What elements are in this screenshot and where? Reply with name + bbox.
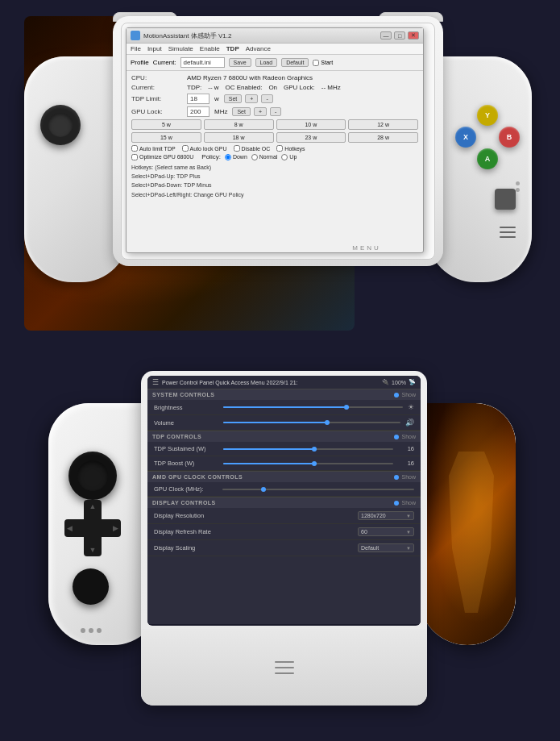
display-controls-title: DISPLAY CONTROLS (152, 500, 216, 506)
gpu-minus-button[interactable]: - (270, 107, 281, 116)
policy-up[interactable]: Up (281, 154, 297, 160)
profile-label: Profile (131, 59, 149, 66)
display-controls-header: DISPLAY CONTROLS Show (147, 497, 421, 508)
policy-normal[interactable]: Normal (251, 154, 278, 160)
app-titlebar: MotionAssistant 体感助手 V1.2 — □ ✕ (127, 28, 423, 44)
hotkeys-section: Hotkeys: (Select same as Back) Select+DP… (131, 163, 418, 199)
current-value[interactable]: default.ini (180, 57, 225, 68)
system-show-label: Show (401, 392, 416, 398)
dpad-right-icon[interactable]: ▶ (113, 524, 118, 532)
optimize-gpu-label: Optimize GPU 6800U (139, 154, 193, 160)
preset-12w[interactable]: 12 w (348, 119, 418, 130)
menu-input[interactable]: Input (147, 45, 162, 52)
square-button[interactable] (495, 189, 516, 210)
hotkeys-label: Hotkeys (284, 146, 305, 152)
app-icon (131, 31, 140, 40)
y-button[interactable]: Y (477, 105, 498, 126)
gpu-set-button[interactable]: Set (232, 107, 251, 116)
center-body-bottom: ☰ Power Control Panel Quick Access Menu … (141, 371, 427, 706)
tdp-minus-button[interactable]: - (261, 94, 272, 103)
bottom-left-button[interactable] (73, 568, 109, 605)
preset-10w[interactable]: 10 w (276, 119, 346, 130)
display-scaling-row: Display Scaling Default ▼ (147, 540, 421, 556)
b-button[interactable]: B (499, 127, 520, 148)
display-scaling-select[interactable]: Default ▼ (358, 543, 414, 552)
tdp-set-button[interactable]: Set (224, 94, 243, 103)
window-controls: — □ ✕ (380, 31, 419, 40)
display-resolution-select[interactable]: 1280x720 ▼ (358, 511, 414, 520)
volume-slider[interactable] (223, 422, 400, 423)
hamburger-icon-top (500, 227, 516, 238)
preset-15w[interactable]: 15 w (131, 132, 201, 143)
minimize-button[interactable]: — (380, 31, 392, 40)
gpu-plus-button[interactable]: + (254, 107, 267, 116)
display-refresh-select[interactable]: 60 ▼ (358, 527, 414, 536)
dpad-down-icon[interactable]: ▼ (89, 546, 97, 554)
gpu-clock-title: AMD GPU CLOCK CONTROLS (152, 474, 243, 480)
menu-file[interactable]: File (131, 45, 141, 52)
display-scaling-value: Default (361, 545, 379, 551)
hamburger-icon-bottom[interactable] (275, 661, 294, 674)
load-button[interactable]: Load (255, 58, 278, 67)
menu-text-top: MENU (352, 244, 381, 252)
pcp-header: ☰ Power Control Panel Quick Access Menu … (147, 376, 421, 389)
preset-28w[interactable]: 28 w (348, 132, 418, 143)
oc-label: OC Enabled: (226, 84, 263, 91)
preset-grid: 5 w 8 w 10 w 12 w 15 w 18 w 23 w 28 w (131, 119, 418, 143)
preset-23w[interactable]: 23 w (276, 132, 346, 143)
gpu-clock-slider[interactable] (222, 489, 414, 490)
hotkeys-title: Hotkeys: (Select same as Back) (131, 163, 418, 172)
toolbar: Profile Current: default.ini Save Load D… (127, 55, 423, 71)
tdp-toggle[interactable] (394, 435, 399, 439)
menu-simulate[interactable]: Simulate (168, 45, 193, 52)
dpad-left-icon[interactable]: ◀ (67, 524, 73, 532)
x-button[interactable]: X (455, 127, 476, 148)
preset-5w[interactable]: 5 w (131, 119, 201, 130)
tdp-sustained-slider[interactable] (223, 448, 393, 450)
display-resolution-row: Display Resolution 1280x720 ▼ (147, 508, 421, 524)
display-resolution-value: 1280x720 (361, 513, 386, 518)
gpu-lock-label: GPU Lock: (284, 84, 315, 91)
left-joystick-bottom[interactable] (68, 452, 117, 500)
gpu-lock-row: GPU Lock: 200 MHz Set + - (131, 106, 418, 117)
tdp-boost-value: 16 (398, 460, 414, 467)
dpad[interactable]: ▲ ▼ ◀ ▶ (64, 500, 121, 556)
display-scaling-label: Display Scaling (154, 544, 218, 552)
menu-tdp[interactable]: TDP (226, 45, 239, 52)
policy-down[interactable]: Down (225, 154, 247, 160)
gpu-mhz: MHz (214, 108, 227, 115)
tdp-boost-slider[interactable] (223, 463, 393, 464)
tdp-boost-label: TDP Boost (W) (154, 460, 218, 467)
tdp-plus-button[interactable]: + (245, 94, 258, 103)
system-toggle[interactable] (394, 393, 399, 398)
volume-row: Volume 🔊 (147, 415, 421, 431)
close-button[interactable]: ✕ (408, 31, 419, 40)
cpu-row: CPU: AMD Ryzen 7 6800U with Radeon Graph… (131, 74, 418, 81)
left-joystick-top[interactable] (40, 105, 81, 145)
gpu-clock-label: GPU Clock (MHz): (154, 485, 218, 493)
preset-8w[interactable]: 8 w (204, 119, 274, 130)
default-button[interactable]: Default (281, 58, 309, 67)
a-button[interactable]: A (477, 148, 498, 169)
tdp-sustained-row: TDP Sustained (W) 16 (147, 442, 421, 456)
dpad-center (84, 519, 102, 537)
menu-advance[interactable]: Advance (246, 45, 271, 52)
gpu-lock-input[interactable]: 200 (187, 106, 209, 117)
menu-enable[interactable]: Enable (200, 45, 220, 52)
maximize-button[interactable]: □ (394, 31, 405, 40)
current-label: Current: (153, 59, 176, 66)
preset-18w[interactable]: 18 w (204, 132, 274, 143)
save-button[interactable]: Save (229, 58, 251, 67)
dpad-up-icon[interactable]: ▲ (89, 502, 97, 510)
display-refresh-row: Display Refresh Rate 60 ▼ (147, 524, 421, 540)
brightness-slider[interactable] (223, 406, 403, 408)
gpu-toggle[interactable] (394, 475, 399, 480)
start-checkbox[interactable]: Start (313, 60, 333, 66)
display-refresh-value: 60 (361, 529, 367, 535)
tdp-limit-input[interactable]: 18 (187, 94, 209, 104)
screen-top: MotionAssistant 体感助手 V1.2 — □ ✕ File Inp… (121, 23, 435, 260)
game-image-right (419, 403, 516, 645)
gpu-lock-value: -- MHz (321, 84, 341, 91)
display-toggle[interactable] (394, 501, 399, 506)
disable-oc-label: Disable OC (242, 146, 271, 152)
